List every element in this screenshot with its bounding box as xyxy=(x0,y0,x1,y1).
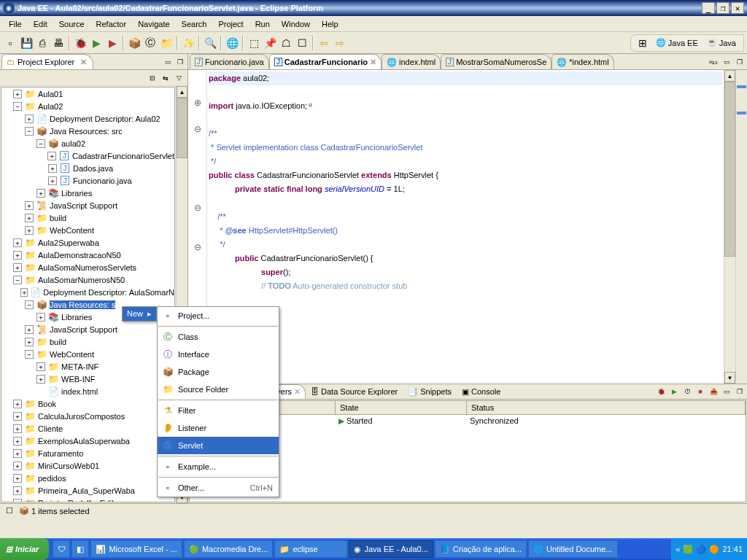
task-quick1[interactable]: 🛡 xyxy=(53,540,70,558)
wand-icon[interactable]: ✨ xyxy=(181,36,196,50)
task-dreamweaver[interactable]: 🟢Macromedia Dre... xyxy=(184,540,273,558)
menu-new-other[interactable]: ▫Other...Ctrl+N xyxy=(158,479,279,497)
menu-new-interface[interactable]: ⒾInterface xyxy=(158,346,279,363)
clock[interactable]: 21:41 xyxy=(722,545,743,553)
newfolder-icon[interactable]: 📁 xyxy=(159,36,174,50)
maximize-editor-icon[interactable]: ❐ xyxy=(734,56,746,68)
editor-tab-funcionario[interactable]: 🄹Funcionario.java xyxy=(190,54,269,69)
stop-server-icon[interactable]: ■ xyxy=(694,386,706,397)
menu-refactor[interactable]: Refactor xyxy=(90,18,133,31)
maximize-view-icon[interactable]: ❐ xyxy=(174,56,186,68)
newpkg-icon[interactable]: 📦 xyxy=(127,36,142,50)
task-ie[interactable]: 🌐Untitled Docume... xyxy=(528,540,617,558)
editor-scrollbar[interactable]: ▲ ▼ xyxy=(724,70,735,384)
perspective-java[interactable]: ☕Java xyxy=(704,36,739,49)
minimize-editor-icon[interactable]: ▭ xyxy=(721,56,732,68)
collapse-all-icon[interactable]: ⊟ xyxy=(147,72,158,84)
debug-server-icon[interactable]: 🐞 xyxy=(655,386,667,397)
tray-icon[interactable]: 🟠 xyxy=(709,545,719,554)
menu-new-listener[interactable]: 👂Listener xyxy=(158,419,279,437)
close-icon[interactable]: ✕ xyxy=(370,58,376,67)
tab-overflow-icon[interactable]: »₁₉ xyxy=(708,56,719,68)
task-excel[interactable]: 📊Microsoft Excel - ... xyxy=(90,540,182,558)
menu-run[interactable]: Run xyxy=(249,18,276,31)
minimize-view-icon[interactable]: ▭ xyxy=(162,56,174,68)
system-tray[interactable]: « 🟩 🔵 🟠 21:41 xyxy=(671,538,747,560)
toggle-icon[interactable]: ⬚ xyxy=(247,36,261,50)
menu-new-project[interactable]: ▫Project... xyxy=(158,307,279,324)
close-icon[interactable]: ✕ xyxy=(80,58,87,67)
start-server-icon[interactable]: ▶ xyxy=(668,386,680,397)
menu-new-sourcefolder[interactable]: 📁Source Folder xyxy=(158,381,279,398)
menu-new-servlet[interactable]: ⓈServlet xyxy=(158,437,279,454)
submenu-new[interactable]: New▸ xyxy=(123,307,156,321)
back-icon[interactable]: ⇦ xyxy=(317,36,331,50)
web-icon[interactable]: 🌐 xyxy=(225,36,239,50)
window-title: Java EE - Aula02/src/aula02/CadastrarFun… xyxy=(18,4,702,12)
menu-project[interactable]: Project xyxy=(212,18,249,31)
profile-server-icon[interactable]: ⏱ xyxy=(681,386,693,397)
menu-new-example[interactable]: ▫Example... xyxy=(158,458,279,475)
perspective-javaee[interactable]: 🌐Java EE xyxy=(653,36,701,49)
editor-tab-mostrar[interactable]: 🄹MostrarSomaNumerosSe xyxy=(441,54,551,69)
project-icon: 📁 xyxy=(24,448,36,459)
close-icon[interactable]: ✕ xyxy=(294,387,301,397)
task-eclipse-folder[interactable]: 📁eclipse xyxy=(274,540,347,558)
editor-tab-index1[interactable]: 🌐index.html xyxy=(382,54,441,69)
menu-file[interactable]: File xyxy=(3,18,28,31)
close-button[interactable]: ✕ xyxy=(731,2,744,14)
col-state[interactable]: State xyxy=(336,401,467,414)
maximize-view-icon[interactable]: ❐ xyxy=(734,386,746,397)
col-status[interactable]: Status xyxy=(467,401,746,414)
menu-navigate[interactable]: Navigate xyxy=(132,18,175,31)
menu-help[interactable]: Help xyxy=(316,18,344,31)
tray-expand-icon[interactable]: « xyxy=(676,545,680,553)
menu-new-package[interactable]: 📦Package xyxy=(158,363,279,381)
tray-icon[interactable]: 🔵 xyxy=(696,545,706,554)
tab-data-source[interactable]: 🗄Data Source Explorer xyxy=(306,384,403,399)
task-eclipse[interactable]: ◉Java EE - Aula0... xyxy=(349,540,433,558)
menu-source[interactable]: Source xyxy=(53,18,90,31)
open-perspective-icon[interactable]: ⊞ xyxy=(635,36,650,50)
saveall-icon[interactable]: ⎙ xyxy=(35,36,50,50)
explorer-tabheader: 🗀 Project Explorer ✕ ▭ ❐ xyxy=(0,54,187,70)
editor-tab-cadastrar[interactable]: 🄹CadastrarFuncionario✕ xyxy=(269,54,382,69)
project-icon: 📁 xyxy=(24,460,36,472)
minimize-button[interactable]: _ xyxy=(702,2,715,14)
code-content[interactable]: package aula02; import java.io.IOExcepti… xyxy=(207,70,724,384)
menu-new-class[interactable]: ⒸClass xyxy=(158,328,279,346)
runext-icon[interactable]: ▶ xyxy=(105,36,120,50)
link-editor-icon[interactable]: ⇆ xyxy=(160,72,171,84)
project-explorer-tab[interactable]: 🗀 Project Explorer ✕ xyxy=(1,54,93,69)
tab-snippets[interactable]: 📑Snippets xyxy=(403,384,457,399)
newclass-icon[interactable]: Ⓒ xyxy=(143,36,158,50)
search-icon[interactable]: 🔍 xyxy=(203,36,217,50)
overview-ruler[interactable] xyxy=(735,70,747,384)
publish-icon[interactable]: 📤 xyxy=(708,386,719,397)
run-icon[interactable]: ▶ xyxy=(89,36,104,50)
minimize-view-icon[interactable]: ▭ xyxy=(721,386,732,397)
menu-window[interactable]: Window xyxy=(276,18,316,31)
ie-icon: 🌐 xyxy=(533,545,543,554)
task-quick2[interactable]: ◧ xyxy=(71,540,89,558)
pin-icon[interactable]: 📌 xyxy=(263,36,277,50)
project-explorer-tree[interactable]: +📁Aula01 −📁Aula02 +📄Deployment Descripto… xyxy=(1,87,175,502)
tab-console[interactable]: ▣Console xyxy=(457,384,506,399)
maximize-button[interactable]: ❐ xyxy=(716,2,729,14)
debug-icon[interactable]: 🐞 xyxy=(73,36,88,50)
task-word[interactable]: 📘Criação de aplica... xyxy=(435,540,527,558)
eclipse-icon: ◉ xyxy=(3,2,15,14)
print-icon[interactable]: 🖶 xyxy=(51,36,66,50)
menu-search[interactable]: Search xyxy=(176,18,213,31)
tray-icon[interactable]: 🟩 xyxy=(683,545,693,554)
task-icon[interactable]: ☐ xyxy=(295,36,309,50)
save-icon[interactable]: 💾 xyxy=(19,36,34,50)
marker-icon[interactable]: ☖ xyxy=(279,36,293,50)
start-button[interactable]: ⊞Iniciar xyxy=(0,538,49,560)
menu-new-filter[interactable]: ⚗Filter xyxy=(158,402,279,419)
view-menu-icon[interactable]: ▽ xyxy=(173,72,185,84)
new-icon[interactable]: ▫ xyxy=(3,36,18,50)
forward-icon[interactable]: ⇨ xyxy=(333,36,347,50)
menu-edit[interactable]: Edit xyxy=(28,18,53,31)
editor-tab-index2[interactable]: 🌐*index.html xyxy=(551,54,614,69)
